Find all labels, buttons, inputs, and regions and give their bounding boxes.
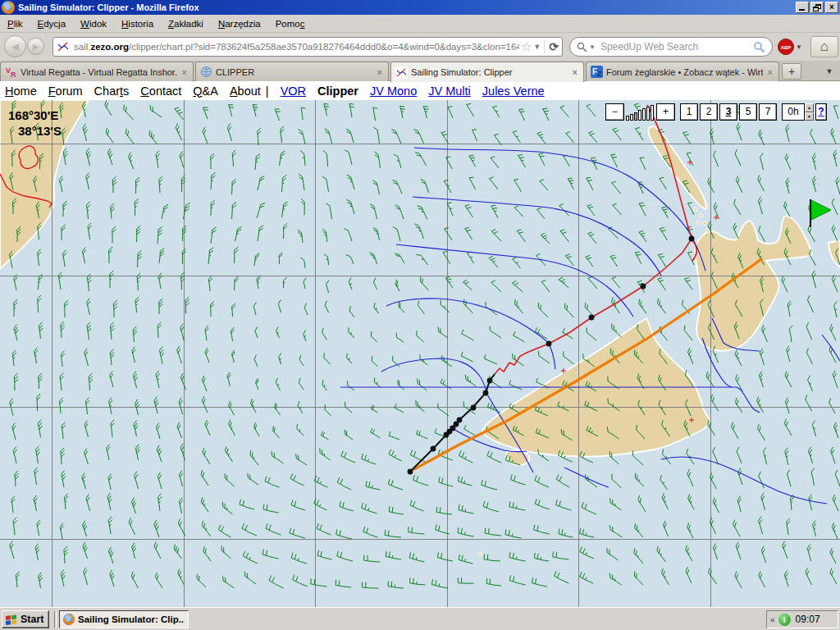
forward-button[interactable]: ► <box>27 38 44 55</box>
spin-up-icon[interactable]: ▲ <box>805 103 814 112</box>
bookmark-star-icon[interactable]: ☆ <box>521 39 532 54</box>
nav-link-clipper[interactable]: Clipper <box>317 84 358 98</box>
reload-icon[interactable]: ⟳ <box>544 40 559 53</box>
nav-link-charts[interactable]: Charts <box>94 84 130 98</box>
taskbar-divider <box>54 611 57 628</box>
tab-bar: + ▼ VRVirtual Regatta - Virtual Regatta … <box>0 61 840 81</box>
menu-zakładki[interactable]: Zakładki <box>161 16 211 31</box>
navigation-toolbar: ◄ ► sail.zezo.org/clipper/chart.pl?sid=7… <box>0 33 840 61</box>
nav-link-jv-multi[interactable]: JV Multi <box>428 84 471 98</box>
close-button[interactable]: × <box>825 2 838 13</box>
tab-1[interactable]: VRVirtual Regatta - Virtual Regatta Insh… <box>0 62 194 81</box>
url-bar[interactable]: sail.zezo.org/clipper/chart.pl?sid=78362… <box>52 37 563 57</box>
url-text: sail.zezo.org/clipper/chart.pl?sid=78362… <box>74 42 519 52</box>
list-all-tabs-icon[interactable]: ▼ <box>822 63 837 80</box>
nav-link-vor[interactable]: VOR <box>281 84 306 98</box>
help-button[interactable]: ? <box>815 103 827 121</box>
back-button[interactable]: ◄ <box>4 35 26 57</box>
time-spinner[interactable]: ▲▼ <box>805 103 814 121</box>
tab-title: Virtual Regatta - Virtual Regatta Inshor… <box>21 67 177 77</box>
tab-3[interactable]: Sailing Simulator: Clipper× <box>390 62 584 82</box>
time-offset-field[interactable]: 0h <box>782 103 805 121</box>
nav-link-about[interactable]: About <box>230 84 261 98</box>
tray-info-icon[interactable]: i <box>778 614 791 626</box>
adblock-button[interactable]: ABP ▼ <box>778 37 806 57</box>
clock: 09:07 <box>796 614 820 625</box>
adblock-icon: ABP <box>778 39 794 55</box>
menu-narzędzia[interactable]: Narzędzia <box>211 16 268 31</box>
firefox-icon <box>63 614 75 625</box>
new-tab-button[interactable]: + <box>782 63 801 80</box>
menu-pomoc[interactable]: Pomoc <box>268 16 313 31</box>
svg-text:Z: Z <box>597 70 602 78</box>
tab-title: Sailing Simulator: Clipper <box>411 67 568 77</box>
wind-chart[interactable] <box>0 100 840 607</box>
tab-close-icon[interactable]: × <box>571 67 579 77</box>
forecast-days-button-2[interactable]: 2 <box>700 103 718 121</box>
minimize-button[interactable] <box>796 2 809 13</box>
chart-area[interactable]: 168°30'E 38°13'S − + 12357 0h ▲▼ ? <box>0 100 840 607</box>
zoom-level-indicator[interactable] <box>626 103 655 121</box>
forecast-days-button-5[interactable]: 5 <box>739 103 757 121</box>
windows-taskbar: Start Sailing Simulator: Clip... « i 09:… <box>0 607 840 630</box>
windows-logo-icon <box>5 614 18 625</box>
nav-link-jv-mono[interactable]: JV Mono <box>370 84 417 98</box>
cursor-coordinates: 168°30'E 38°13'S <box>8 107 62 139</box>
tab-4[interactable]: FZForum żeglarskie • Zobacz wątek - Wirt… <box>586 62 779 81</box>
tab-title: CLIPPER <box>216 67 372 77</box>
search-box[interactable]: ▼ SpeedUp Web Search <box>569 37 773 57</box>
forecast-days-button-7[interactable]: 7 <box>759 103 777 121</box>
tab-close-icon[interactable]: × <box>766 67 774 77</box>
menu-historia[interactable]: Historia <box>114 16 161 31</box>
search-icon <box>577 42 587 52</box>
window-title-bar[interactable]: Sailing Simulator: Clipper - Mozilla Fir… <box>0 0 840 15</box>
restore-button[interactable] <box>810 2 824 13</box>
nav-link-home[interactable]: Home <box>5 84 37 98</box>
zezo-favicon <box>57 40 70 53</box>
zoom-out-button[interactable]: − <box>605 103 624 121</box>
adblock-dropdown-icon[interactable]: ▼ <box>796 43 802 51</box>
nav-link-q-a[interactable]: Q&A <box>193 84 218 98</box>
site-navigation: HomeForumChartsContactQ&AAbout|VORClippe… <box>0 81 840 100</box>
search-placeholder: SpeedUp Web Search <box>600 41 753 52</box>
nav-link-forum[interactable]: Forum <box>48 84 83 98</box>
forecast-days-button-1[interactable]: 1 <box>680 103 698 121</box>
tab-close-icon[interactable]: × <box>376 67 384 77</box>
menu-edycja[interactable]: Edycja <box>30 16 74 31</box>
taskbar-window-button[interactable]: Sailing Simulator: Clip... <box>59 610 189 628</box>
svg-text:R: R <box>11 71 16 78</box>
tab-title: Forum żeglarskie • Zobacz wątek - Wirt..… <box>606 67 763 77</box>
home-button[interactable]: ⌂ <box>810 36 838 57</box>
menu-bar: PlikEdycjaWidokHistoriaZakładkiNarzędzia… <box>0 15 840 33</box>
tab-2[interactable]: CLIPPER× <box>195 62 389 81</box>
nav-link-jules-verne[interactable]: Jules Verne <box>482 84 545 98</box>
spin-down-icon[interactable]: ▼ <box>805 112 814 121</box>
url-dropdown-icon[interactable]: ▼ <box>533 43 541 51</box>
menu-plik[interactable]: Plik <box>0 16 30 31</box>
start-button[interactable]: Start <box>2 610 49 628</box>
map-controls: − + 12357 0h ▲▼ ? <box>605 103 827 121</box>
zoom-in-button[interactable]: + <box>656 103 675 121</box>
nav-link-contact[interactable]: Contact <box>140 84 181 98</box>
task-label: Sailing Simulator: Clip... <box>78 614 185 624</box>
firefox-icon <box>2 1 15 14</box>
forecast-days-button-3[interactable]: 3 <box>719 103 737 121</box>
tab-close-icon[interactable]: × <box>180 67 189 77</box>
tray-chevron-icon[interactable]: « <box>770 615 775 624</box>
window-title: Sailing Simulator: Clipper - Mozilla Fir… <box>18 2 199 12</box>
start-label: Start <box>21 614 43 625</box>
system-tray: « i 09:07 <box>766 610 838 628</box>
menu-widok[interactable]: Widok <box>73 16 114 31</box>
search-submit-icon[interactable] <box>753 41 765 53</box>
search-engine-dropdown-icon[interactable]: ▼ <box>589 43 596 51</box>
nav-link--: | <box>266 84 269 98</box>
